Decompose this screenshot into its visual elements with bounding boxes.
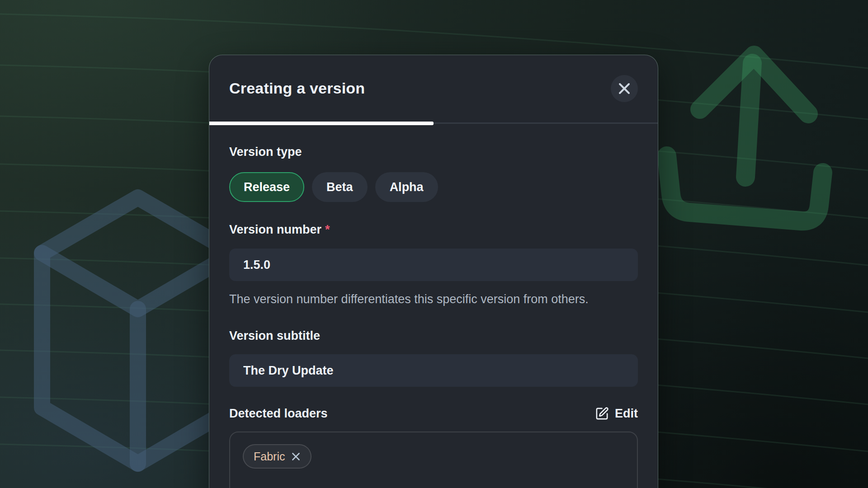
version-type-beta-button[interactable]: Beta bbox=[312, 172, 368, 202]
modal-header: Creating a version bbox=[209, 55, 658, 122]
version-subtitle-input[interactable] bbox=[229, 354, 638, 387]
edit-loaders-button[interactable]: Edit bbox=[595, 407, 638, 421]
create-version-modal: Creating a version Version type Release … bbox=[209, 55, 658, 488]
loader-chip-label: Fabric bbox=[254, 450, 285, 463]
edit-loaders-label: Edit bbox=[615, 407, 638, 421]
page-background: Creating a version Version type Release … bbox=[0, 0, 868, 488]
progress-fill bbox=[209, 122, 434, 125]
version-number-label-text: Version number bbox=[229, 223, 321, 236]
remove-fabric-loader-button[interactable] bbox=[291, 452, 301, 461]
modal-body: Version type Release Beta Alpha Version … bbox=[209, 144, 658, 488]
progress-bar bbox=[209, 122, 658, 125]
close-button[interactable] bbox=[611, 75, 638, 102]
version-number-input[interactable] bbox=[229, 249, 638, 281]
version-subtitle-label: Version subtitle bbox=[229, 328, 638, 343]
required-marker: * bbox=[325, 223, 330, 236]
version-type-alpha-button[interactable]: Alpha bbox=[375, 172, 438, 202]
version-number-help-text: The version number differentiates this s… bbox=[229, 289, 627, 309]
close-icon bbox=[618, 83, 630, 94]
x-icon bbox=[291, 452, 301, 461]
detected-loaders-header: Detected loaders Edit bbox=[229, 406, 638, 421]
modal-title: Creating a version bbox=[229, 80, 365, 97]
square-pen-icon bbox=[595, 407, 609, 421]
version-number-label: Version number* bbox=[229, 222, 638, 237]
version-type-options: Release Beta Alpha bbox=[229, 172, 638, 202]
upload-arrow-icon bbox=[667, 55, 823, 221]
detected-loaders-label: Detected loaders bbox=[229, 406, 328, 421]
detected-loaders-box: Fabric bbox=[229, 432, 638, 488]
version-type-release-button[interactable]: Release bbox=[229, 172, 304, 202]
loader-chip-fabric: Fabric bbox=[243, 444, 311, 469]
version-type-label: Version type bbox=[229, 144, 638, 160]
package-cube-icon bbox=[42, 197, 234, 464]
